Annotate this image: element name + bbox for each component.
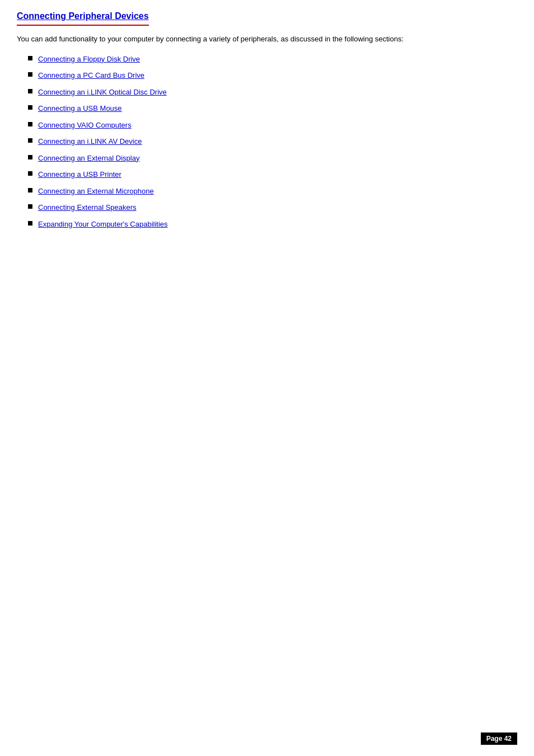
bullet-icon — [28, 138, 32, 143]
link-pccard[interactable]: Connecting a PC Card Bus Drive — [38, 70, 144, 81]
bullet-icon — [28, 171, 32, 176]
bullet-icon — [28, 155, 32, 159]
bullet-icon — [28, 89, 32, 93]
link-list: Connecting a Floppy Disk DriveConnecting… — [28, 54, 517, 230]
list-item: Connecting External Speakers — [28, 202, 517, 213]
list-item: Connecting an External Microphone — [28, 186, 517, 197]
link-usbmouse[interactable]: Connecting a USB Mouse — [38, 103, 122, 114]
link-vaio[interactable]: Connecting VAIO Computers — [38, 120, 132, 131]
page-number: Page 42 — [481, 732, 517, 745]
list-item: Connecting a Floppy Disk Drive — [28, 54, 517, 65]
bullet-icon — [28, 56, 32, 60]
link-optical[interactable]: Connecting an i.LINK Optical Disc Drive — [38, 87, 167, 98]
bullet-icon — [28, 204, 32, 209]
link-microphone[interactable]: Connecting an External Microphone — [38, 186, 154, 197]
bullet-icon — [28, 122, 32, 126]
link-expanding[interactable]: Expanding Your Computer's Capabilities — [38, 219, 168, 230]
bullet-icon — [28, 188, 32, 192]
intro-text: You can add functionality to your comput… — [17, 34, 517, 45]
list-item: Connecting an i.LINK AV Device — [28, 136, 517, 147]
list-item: Connecting a USB Printer — [28, 169, 517, 180]
list-item: Connecting VAIO Computers — [28, 120, 517, 131]
link-usbprinter[interactable]: Connecting a USB Printer — [38, 169, 121, 180]
bullet-icon — [28, 72, 32, 77]
link-speakers[interactable]: Connecting External Speakers — [38, 202, 137, 213]
list-item: Connecting a USB Mouse — [28, 103, 517, 114]
list-item: Connecting an External Display — [28, 153, 517, 164]
bullet-icon — [28, 105, 32, 110]
list-item: Connecting a PC Card Bus Drive — [28, 70, 517, 81]
link-display[interactable]: Connecting an External Display — [38, 153, 139, 164]
bullet-icon — [28, 221, 32, 226]
link-avdevice[interactable]: Connecting an i.LINK AV Device — [38, 136, 142, 147]
link-floppy[interactable]: Connecting a Floppy Disk Drive — [38, 54, 140, 65]
page-title[interactable]: Connecting Peripheral Devices — [17, 11, 517, 34]
list-item: Expanding Your Computer's Capabilities — [28, 219, 517, 230]
list-item: Connecting an i.LINK Optical Disc Drive — [28, 87, 517, 98]
